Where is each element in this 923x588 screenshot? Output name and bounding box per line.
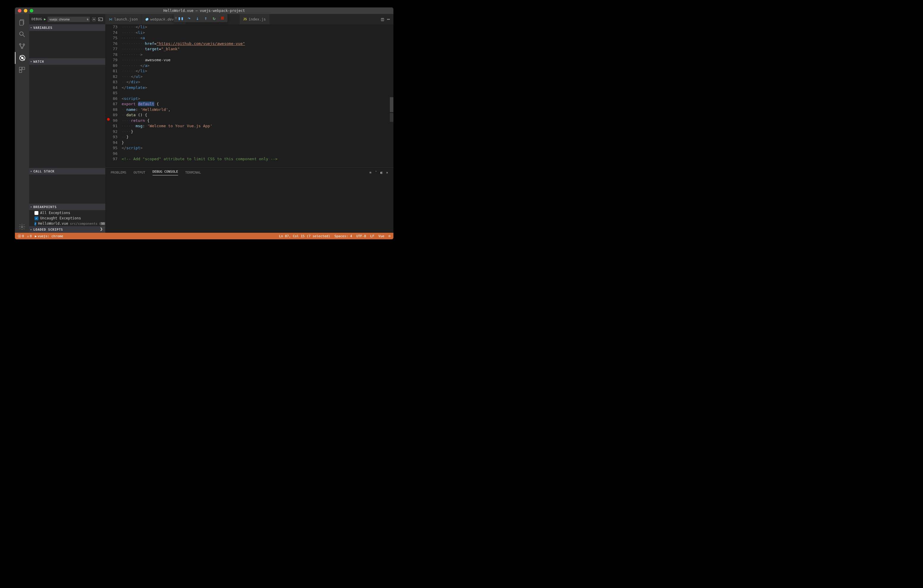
toggle-panel-icon[interactable]: ◧	[381, 171, 383, 174]
svg-point-2	[20, 32, 23, 35]
svg-point-5	[23, 44, 25, 46]
checkbox-unchecked-icon[interactable]	[34, 211, 38, 215]
restart-button[interactable]: ↻	[210, 15, 218, 22]
debug-console-toggle-icon[interactable]	[98, 17, 103, 22]
breakpoint-file-item[interactable]: ✓ HelloWorld.vue src/components 90	[29, 221, 105, 226]
split-editor-icon[interactable]: ◫	[381, 16, 384, 22]
svg-rect-1	[20, 21, 23, 25]
settings-gear-icon[interactable]	[15, 221, 29, 233]
checkbox-checked-icon[interactable]: ✓	[34, 217, 38, 220]
status-errors[interactable]: ⓧ 0	[18, 234, 24, 238]
status-bar: ⓧ 0 ⚠ 0 ▶ vuejs: chrome Ln 87, Col 15 (7…	[15, 233, 393, 239]
code-editor[interactable]: 7374757677787980818283848586878889909192…	[105, 25, 393, 168]
loaded-scripts-section-header[interactable]: ▸LOADED SCRIPTS	[29, 226, 105, 233]
status-selection[interactable]: Ln 87, Col 15 (7 selected)	[279, 234, 330, 238]
breakpoint-uncaught-exceptions[interactable]: ✓ Uncaught Exceptions	[29, 215, 105, 221]
svg-rect-10	[19, 67, 22, 69]
minimize-window-button[interactable]	[24, 9, 27, 13]
tab-index-js[interactable]: JS index.js	[240, 14, 270, 25]
watch-section-header[interactable]: ▾WATCH	[29, 58, 105, 65]
status-encoding[interactable]: UTF-8	[356, 234, 366, 238]
collapse-panel-icon[interactable]: ˆ	[375, 171, 377, 174]
js-file-icon: JS	[243, 18, 247, 21]
editor-group: ⋈ launch.json ⬢ webpack.dev.con ⠿ ▮▮ ↷ ↓…	[105, 14, 393, 233]
breakpoint-all-exceptions[interactable]: All Exceptions	[29, 210, 105, 215]
bottom-panel: ❯ PROBLEMS OUTPUT DEBUG CONSOLE TERMINAL…	[105, 168, 393, 233]
breakpoints-section-header[interactable]: ▾BREAKPOINTS	[29, 204, 105, 210]
status-eol[interactable]: LF	[370, 234, 374, 238]
debug-view-label: DEBUG	[31, 17, 42, 21]
step-into-button[interactable]: ↓	[194, 15, 201, 22]
activity-bar	[15, 14, 29, 233]
extensions-icon[interactable]	[15, 64, 29, 76]
debug-console-tab[interactable]: DEBUG CONSOLE	[153, 170, 178, 176]
window-title: HelloWorld.vue — vuejs-webpack-project	[163, 8, 245, 13]
line-gutter: 7374757677787980818283848586878889909192…	[105, 25, 122, 168]
svg-line-9	[20, 56, 25, 60]
status-language[interactable]: Vue	[379, 234, 384, 238]
svg-line-3	[23, 35, 25, 37]
checkbox-checked-icon[interactable]: ✓	[34, 222, 36, 226]
debug-header: DEBUG ▶ vuejs: chrome	[29, 14, 105, 25]
close-panel-icon[interactable]: ✕	[386, 171, 388, 174]
clear-console-icon[interactable]: ≋	[370, 171, 372, 174]
problems-tab[interactable]: PROBLEMS	[111, 171, 126, 174]
workbench: DEBUG ▶ vuejs: chrome ▾VARIABLES ▾WATCH …	[15, 14, 393, 233]
debug-sidebar: DEBUG ▶ vuejs: chrome ▾VARIABLES ▾WATCH …	[29, 14, 105, 233]
more-actions-icon[interactable]: ⋯	[387, 16, 390, 22]
editor-tabs: ⋈ launch.json ⬢ webpack.dev.con ⠿ ▮▮ ↷ ↓…	[105, 14, 393, 25]
svg-point-4	[20, 44, 21, 45]
zoom-window-button[interactable]	[30, 9, 33, 13]
debug-config-select[interactable]: vuejs: chrome	[48, 16, 90, 22]
webpack-file-icon: ⬢	[145, 17, 148, 21]
status-indent[interactable]: Spaces: 4	[335, 234, 352, 238]
drag-handle-icon[interactable]: ⠿	[175, 16, 176, 20]
feedback-icon[interactable]: ☺	[388, 234, 391, 238]
tab-launch-json[interactable]: ⋈ launch.json	[105, 14, 141, 25]
titlebar: HelloWorld.vue — vuejs-webpack-project	[15, 7, 393, 14]
callstack-section-header[interactable]: ▾CALL STACK	[29, 168, 105, 174]
search-icon[interactable]	[15, 28, 29, 40]
code-content[interactable]: ······</li> ······<li> ········<a ······…	[122, 25, 393, 168]
status-debug-target[interactable]: ▶ vuejs: chrome	[35, 234, 63, 238]
scrollbar-thumb[interactable]	[390, 113, 393, 122]
svg-rect-11	[22, 67, 25, 69]
panel-tabs: PROBLEMS OUTPUT DEBUG CONSOLE TERMINAL ≋…	[105, 168, 393, 177]
status-warnings[interactable]: ⚠ 0	[27, 234, 32, 238]
debug-toolbar[interactable]: ⠿ ▮▮ ↷ ↓ ↑ ↻	[174, 14, 227, 22]
explorer-icon[interactable]	[15, 16, 29, 28]
debug-icon[interactable]	[15, 52, 29, 64]
debug-settings-icon[interactable]	[92, 17, 96, 22]
vscode-window: HelloWorld.vue — vuejs-webpack-project	[15, 7, 393, 239]
window-controls	[15, 9, 33, 13]
svg-point-14	[94, 19, 95, 20]
scrollbar-thumb[interactable]	[390, 97, 393, 112]
terminal-tab[interactable]: TERMINAL	[185, 171, 201, 174]
start-debug-button[interactable]: ▶	[44, 17, 46, 21]
stop-button[interactable]	[221, 16, 224, 20]
output-tab[interactable]: OUTPUT	[133, 171, 145, 174]
step-over-button[interactable]: ↷	[185, 15, 193, 22]
vscode-file-icon: ⋈	[109, 17, 112, 21]
pause-button[interactable]: ▮▮	[177, 15, 185, 22]
svg-rect-12	[19, 70, 22, 72]
breakpoint-dot-icon[interactable]	[107, 118, 110, 121]
close-window-button[interactable]	[18, 9, 21, 13]
step-out-button[interactable]: ↑	[202, 15, 210, 22]
svg-point-13	[21, 226, 23, 228]
panel-expand-icon[interactable]: ❯	[100, 226, 105, 231]
scm-icon[interactable]	[15, 40, 29, 52]
variables-section-header[interactable]: ▾VARIABLES	[29, 25, 105, 31]
svg-rect-15	[99, 18, 103, 21]
